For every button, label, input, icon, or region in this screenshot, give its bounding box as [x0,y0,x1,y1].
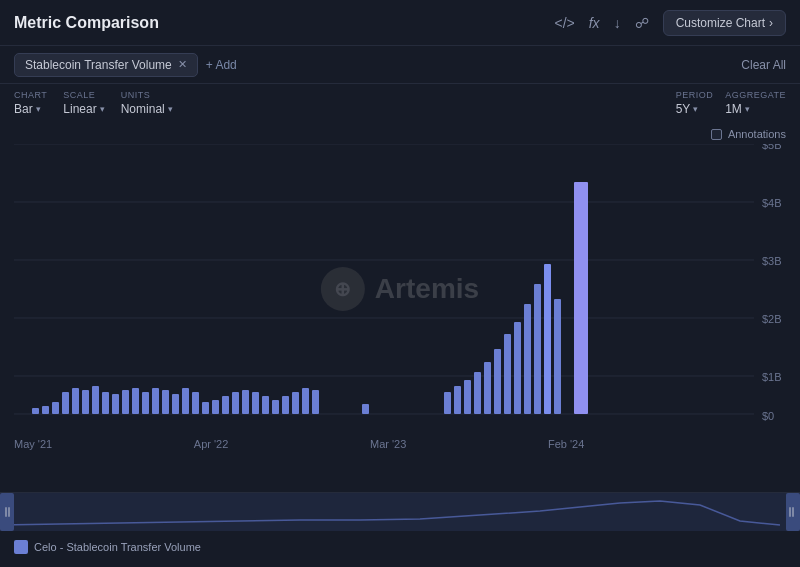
minimap-svg [0,493,800,531]
svg-rect-25 [162,390,169,414]
svg-rect-29 [202,402,209,414]
svg-rect-48 [504,334,511,414]
svg-rect-36 [272,400,279,414]
aggregate-label: AGGREGATE [725,90,786,100]
svg-rect-50 [524,304,531,414]
legend-text: Celo - Stablecoin Transfer Volume [34,541,201,553]
camera-icon[interactable]: ☍ [635,15,649,31]
clear-all-button[interactable]: Clear All [741,58,786,72]
svg-rect-35 [262,396,269,414]
svg-rect-18 [92,386,99,414]
svg-text:$1B: $1B [762,371,782,383]
chart-label: CHART [14,90,47,100]
svg-rect-51 [534,284,541,414]
svg-rect-30 [212,400,219,414]
x-label-2: Mar '23 [370,438,406,450]
chart-area: $5B $4B $3B $2B $1B $0 [14,144,786,434]
controls-right: PERIOD 5Y ▾ AGGREGATE 1M ▾ [676,90,786,116]
download-icon[interactable]: ↓ [614,15,621,31]
svg-rect-13 [42,406,49,414]
svg-rect-45 [474,372,481,414]
svg-rect-46 [484,362,491,414]
scale-label: SCALE [63,90,104,100]
svg-rect-43 [454,386,461,414]
legend-bar: Celo - Stablecoin Transfer Volume [0,530,800,562]
svg-rect-23 [142,392,149,414]
period-select[interactable]: 5Y ▾ [676,102,714,116]
svg-rect-31 [222,396,229,414]
svg-rect-39 [302,388,309,414]
svg-rect-27 [182,388,189,414]
svg-rect-37 [282,396,289,414]
svg-text:$5B: $5B [762,144,782,151]
svg-rect-41 [362,404,369,414]
chart-select[interactable]: Bar ▾ [14,102,47,116]
svg-rect-22 [132,388,139,414]
svg-rect-32 [232,392,239,414]
controls-bar: CHART Bar ▾ SCALE Linear ▾ UNITS Nominal… [0,84,800,122]
units-control: UNITS Nominal ▾ [121,90,173,116]
aggregate-select[interactable]: 1M ▾ [725,102,786,116]
svg-rect-15 [62,392,69,414]
metrics-bar: Stablecoin Transfer Volume ✕ + Add Clear… [0,46,800,84]
annotations-label: Annotations [728,128,786,140]
customize-chart-button[interactable]: Customize Chart › [663,10,786,36]
svg-rect-49 [514,322,521,414]
page-title: Metric Comparison [14,14,159,32]
svg-rect-26 [172,394,179,414]
period-control: PERIOD 5Y ▾ [676,90,714,116]
header-actions: </> fx ↓ ☍ Customize Chart › [554,10,786,36]
svg-rect-21 [122,390,129,414]
legend-color-swatch [14,540,28,554]
svg-rect-52 [544,264,551,414]
svg-rect-19 [102,392,109,414]
svg-rect-34 [252,392,259,414]
svg-rect-17 [82,390,89,414]
svg-rect-42 [444,392,451,414]
svg-rect-16 [72,388,79,414]
chart-control: CHART Bar ▾ [14,90,47,116]
metric-tag-label: Stablecoin Transfer Volume [25,58,172,72]
svg-rect-24 [152,388,159,414]
svg-rect-20 [112,394,119,414]
x-label-1: Apr '22 [194,438,229,450]
aggregate-control: AGGREGATE 1M ▾ [725,90,786,116]
code-icon[interactable]: </> [554,15,574,31]
metric-tag-close[interactable]: ✕ [178,58,187,71]
svg-rect-40 [312,390,319,414]
scale-control: SCALE Linear ▾ [63,90,104,116]
x-label-0: May '21 [14,438,52,450]
units-label: UNITS [121,90,173,100]
add-metric-button[interactable]: + Add [206,58,237,72]
x-axis-labels: May '21 Apr '22 Mar '23 Feb '24 [14,434,786,454]
annotations-checkbox[interactable] [711,129,722,140]
period-arrow-icon: ▾ [693,104,698,114]
svg-rect-28 [192,392,199,414]
svg-rect-14 [52,402,59,414]
svg-text:$0: $0 [762,410,774,422]
scale-arrow-icon: ▾ [100,104,105,114]
svg-rect-47 [494,349,501,414]
units-select[interactable]: Nominal ▾ [121,102,173,116]
metrics-left: Stablecoin Transfer Volume ✕ + Add [14,53,237,77]
x-label-spacer [726,438,786,450]
aggregate-arrow-icon: ▾ [745,104,750,114]
scale-select[interactable]: Linear ▾ [63,102,104,116]
chart-container: $5B $4B $3B $2B $1B $0 [0,144,800,492]
svg-text:$4B: $4B [762,197,782,209]
minimap[interactable] [0,492,800,530]
svg-rect-53 [554,299,561,414]
svg-rect-54 [574,182,588,414]
controls-left: CHART Bar ▾ SCALE Linear ▾ UNITS Nominal… [14,90,173,116]
chevron-right-icon: › [769,16,773,30]
svg-rect-44 [464,380,471,414]
units-arrow-icon: ▾ [168,104,173,114]
svg-text:$2B: $2B [762,313,782,325]
svg-text:$3B: $3B [762,255,782,267]
header: Metric Comparison </> fx ↓ ☍ Customize C… [0,0,800,46]
annotations-row: Annotations [0,122,800,140]
x-label-3: Feb '24 [548,438,584,450]
function-icon[interactable]: fx [589,15,600,31]
chart-svg: $5B $4B $3B $2B $1B $0 [14,144,786,434]
chart-arrow-icon: ▾ [36,104,41,114]
